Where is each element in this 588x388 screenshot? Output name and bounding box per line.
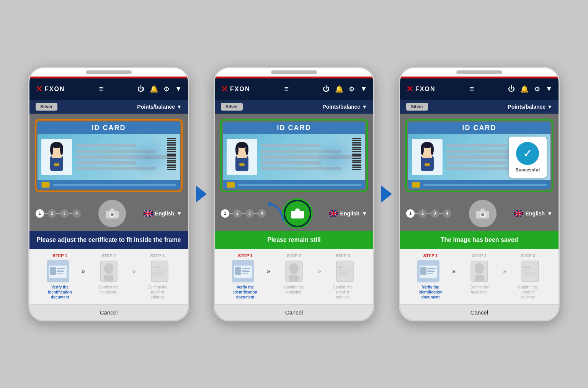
step-dot-bar-1b	[56, 213, 60, 214]
step-dot-1b: 2	[48, 209, 56, 218]
flag-icon-2	[329, 210, 338, 217]
camera-btn-3[interactable]	[469, 200, 497, 227]
svg-marker-85	[480, 209, 485, 211]
cancel-btn-2[interactable]: Cancel	[215, 304, 373, 320]
steps-labels-2: STEP 1 STEP 2 STEP 3	[221, 253, 367, 258]
step-icons-row-2: » » BANK	[221, 260, 367, 282]
gear-icon-1[interactable]: ⚙	[163, 85, 170, 93]
controls-row-1: 1 2 3 4	[29, 196, 188, 231]
step-dot-1d: 4	[72, 209, 81, 218]
cancel-btn-3[interactable]: Cancel	[400, 304, 559, 320]
step-icon-1b	[87, 260, 131, 282]
step-arrow-1b: »	[132, 268, 136, 275]
phone-notch-1	[86, 70, 132, 74]
phone-notch-bar-3	[400, 68, 559, 77]
points-label-3[interactable]: Points/balance ▼	[508, 104, 552, 110]
steps-section-3: STEP 1 STEP 2 STEP 3	[400, 249, 559, 304]
arrow-right-1	[196, 186, 207, 202]
svg-rect-25	[57, 270, 64, 271]
double-arrow-3a: »	[452, 268, 456, 275]
svg-rect-110	[523, 271, 535, 271]
step-dot-bar-3b	[427, 213, 431, 214]
person-illustration-1	[41, 139, 72, 175]
step-icon-3a	[406, 260, 451, 282]
step-label-2c: STEP 3	[318, 253, 367, 258]
svg-text:BANK: BANK	[153, 266, 160, 268]
lang-select-2[interactable]: English ▼	[329, 210, 367, 217]
steps-section-2: STEP 1 STEP 2 STEP 3	[215, 249, 373, 304]
step-label-1b: STEP 2	[84, 253, 133, 258]
step-dot-bar-2c	[254, 213, 258, 214]
points-bar-2: Silver Points/balance ▼	[215, 100, 373, 114]
step-dot-2b: 2	[233, 209, 242, 218]
phone-body-3: ID CARD	[400, 114, 559, 320]
svg-text:BANK: BANK	[523, 266, 531, 268]
chevron-icon-3: ▼	[546, 85, 552, 93]
double-arrow-2b: »	[318, 268, 321, 275]
logo-text-3: FXON	[415, 86, 435, 93]
svg-rect-74	[338, 272, 350, 273]
step-dot-bar-1a	[44, 213, 48, 214]
id-card-body-1	[38, 134, 180, 180]
lang-label-1: English	[155, 210, 175, 217]
step-icons-row-1: » » BANK	[36, 260, 182, 282]
svg-point-87	[481, 213, 484, 216]
status-bar-2: Please remain still	[215, 231, 373, 249]
step-text-1a: Verify theidentificationdocument	[36, 285, 84, 300]
power-icon-1[interactable]: ⏻	[137, 85, 144, 93]
cancel-btn-1[interactable]: Cancel	[29, 304, 188, 320]
menu-icon-1[interactable]: ≡	[99, 85, 103, 93]
step-label-2a: STEP 1	[221, 253, 270, 258]
id-card-title-1: ID CARD	[38, 122, 180, 134]
phone-notch-bar-2	[215, 68, 373, 77]
power-icon-2[interactable]: ⏻	[323, 85, 330, 93]
flag-icon-1	[144, 210, 153, 217]
logo-x-3: ✕	[406, 85, 413, 93]
id-card-body-3: ✓ Successful	[408, 134, 550, 180]
id-footer-line-2	[238, 184, 361, 186]
power-icon-3[interactable]: ⏻	[508, 85, 515, 93]
bell-icon-1[interactable]: 🔔	[150, 85, 158, 93]
svg-text:BANK: BANK	[338, 266, 345, 268]
svg-point-7	[51, 142, 62, 148]
svg-rect-27	[57, 273, 63, 274]
logo-2: ✕ FXON	[221, 85, 250, 93]
svg-rect-23	[50, 267, 56, 275]
bell-icon-2[interactable]: 🔔	[335, 85, 343, 93]
step-icon-2c: BANK	[323, 260, 367, 282]
svg-rect-24	[57, 268, 65, 269]
step-icon-1c: BANK	[137, 260, 182, 282]
lang-chevron-1: ▼	[176, 210, 182, 217]
lang-select-3[interactable]: English ▼	[514, 210, 552, 217]
step-arrow-2b: »	[318, 268, 321, 275]
svg-point-29	[104, 263, 113, 274]
flag-icon-3	[514, 210, 523, 217]
gear-icon-2[interactable]: ⚙	[349, 85, 355, 93]
step-dot-3b: 2	[418, 209, 427, 218]
menu-icon-3[interactable]: ≡	[469, 85, 474, 93]
svg-rect-63	[242, 268, 250, 269]
gear-icon-3[interactable]: ⚙	[534, 85, 540, 93]
lang-select-1[interactable]: English ▼	[144, 210, 182, 217]
camera-btn-2[interactable]	[284, 200, 311, 227]
points-label-1[interactable]: Points/balance ▼	[137, 104, 182, 110]
step-dot-3d: 4	[443, 209, 451, 218]
double-arrow-1b: »	[132, 268, 136, 275]
phone-notch-2	[271, 70, 317, 74]
double-arrow-3b: »	[503, 268, 506, 275]
id-card-inner-2: ID CARD	[223, 122, 365, 189]
step-arrow-3b: »	[503, 268, 506, 275]
svg-rect-100	[427, 268, 436, 269]
controls-row-3: 1 2 3 4	[400, 196, 559, 231]
phone-notch-bar-1	[29, 68, 188, 77]
step-icon-3b	[457, 260, 501, 282]
menu-icon-2[interactable]: ≡	[284, 85, 289, 93]
camera-btn-1[interactable]	[98, 200, 126, 227]
points-label-2[interactable]: Points/balance ▼	[322, 104, 367, 110]
steps-text-row-1: Verify theidentificationdocument Confirm…	[36, 285, 182, 300]
step-dots-2: 1 2 3 4	[221, 209, 266, 218]
double-arrow-1a: »	[82, 268, 85, 275]
id-card-inner-1: ID CARD	[38, 122, 180, 189]
bell-icon-3[interactable]: 🔔	[520, 85, 529, 93]
svg-rect-3	[52, 154, 62, 158]
